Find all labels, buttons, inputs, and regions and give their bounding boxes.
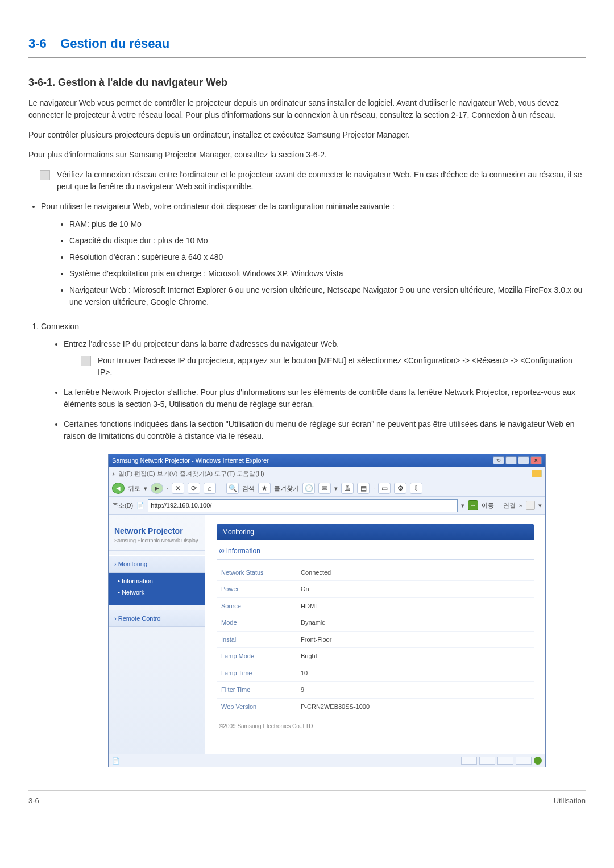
section-heading: 3-6 Gestion du réseau (28, 34, 586, 53)
table-row: Lamp ModeBright (217, 648, 534, 665)
note-block: Vérifiez la connexion réseau entre l'ord… (40, 169, 586, 193)
note-icon (81, 356, 91, 366)
window-controls: ⟲ _ □ ✕ (493, 456, 542, 464)
nav-network[interactable]: Network (118, 588, 199, 597)
tool-icon[interactable]: ⇩ (410, 483, 422, 494)
paragraph: Pour plus d'informations sur Samsung Pro… (28, 149, 586, 161)
close-button[interactable]: ✕ (530, 456, 542, 464)
dropdown-icon[interactable]: ▾ (334, 484, 338, 493)
ie-logo-icon (532, 470, 542, 477)
page-content: Network Projector Samsung Electronic Net… (109, 515, 545, 754)
list-item: La fenêtre Network Projector s'affiche. … (64, 387, 586, 410)
section-title-text: Gestion du réseau (60, 36, 169, 51)
requirements-list: Pour utiliser le navigateur Web, votre o… (41, 201, 586, 308)
info-value: Connected (296, 564, 534, 581)
paragraph: Pour contrôler plusieurs projecteurs dep… (28, 129, 586, 141)
page-icon: 📄 (136, 501, 144, 510)
print-icon[interactable]: 🖶 (341, 483, 354, 494)
favorites-icon[interactable]: ★ (258, 483, 271, 494)
go-button[interactable]: → (468, 500, 478, 510)
popup-icon[interactable]: ▭ (378, 483, 391, 494)
forward-button[interactable]: ► (151, 483, 163, 494)
info-value: 10 (296, 665, 534, 682)
table-row: PowerOn (217, 581, 534, 598)
table-row: Web VersionP-CRN2WEB30SS-1000 (217, 698, 534, 715)
list-item: Pour utiliser le navigateur Web, votre o… (41, 201, 586, 308)
home-button[interactable]: ⌂ (204, 483, 216, 494)
tool-icon[interactable]: ⚙ (394, 483, 406, 494)
step-item: Connexion Entrez l'adresse IP du project… (41, 321, 586, 442)
footer-right: Utilisation (554, 795, 586, 807)
link-icon[interactable] (526, 501, 535, 510)
info-value: On (296, 581, 534, 598)
page-footer: 3-6 Utilisation (28, 790, 586, 807)
list-item: Certaines fonctions indiquées dans la se… (64, 418, 586, 442)
status-segment (479, 757, 495, 765)
copyright-text: ©2009 Samsung Electronics Co.,LTD (217, 715, 534, 737)
status-segment (497, 757, 513, 765)
maximize-button[interactable]: □ (518, 456, 529, 464)
back-forward-icon[interactable]: ⟲ (493, 456, 504, 464)
table-row: Filter Time9 (217, 682, 534, 699)
list-item: RAM: plus de 10 Mo (69, 218, 586, 230)
table-row: InstallFront-Floor (217, 631, 534, 648)
history-icon[interactable]: 🕑 (302, 483, 315, 494)
table-row: Lamp Time10 (217, 665, 534, 682)
mail-icon[interactable]: ✉ (318, 483, 331, 494)
nav-information[interactable]: Information (118, 576, 199, 586)
go-label: 이동 (482, 501, 494, 510)
search-icon[interactable]: 🔍 (226, 483, 239, 494)
step-sublist: Entrez l'adresse IP du projecteur dans l… (64, 338, 586, 442)
info-key: Lamp Time (217, 665, 296, 682)
section-number: 3-6 (28, 36, 47, 51)
window-title: Samsung Network Projector - Windows Inte… (112, 456, 269, 466)
info-key: Install (217, 631, 296, 648)
info-key: Network Status (217, 564, 296, 581)
status-segment (461, 757, 477, 765)
list-item: Capacité du disque dur : plus de 10 Mo (69, 235, 586, 247)
nav-monitoring[interactable]: Monitoring (109, 555, 205, 573)
info-value: Front-Floor (296, 631, 534, 648)
sidebar: Network Projector Samsung Electronic Net… (109, 515, 205, 754)
nav-remote-control[interactable]: Remote Control (109, 610, 205, 628)
step-label: Connexion (41, 322, 79, 331)
dropdown-icon[interactable]: ▾ (461, 501, 464, 510)
edit-icon[interactable]: ▤ (357, 483, 370, 494)
paragraph: Le navigateur Web vous permet de contrôl… (28, 97, 586, 121)
menu-items[interactable]: 파일(F) 편집(E) 보기(V) 즐겨찾기(A) 도구(T) 도움말(H) (112, 469, 264, 479)
main-panel: Monitoring Information Network StatusCon… (205, 515, 545, 754)
info-value: P-CRN2WEB30SS-1000 (296, 698, 534, 715)
links-label: 연결 (503, 501, 516, 510)
step-text: Entrez l'adresse IP du projecteur dans l… (64, 339, 339, 348)
info-value: 9 (296, 682, 534, 699)
info-key: Power (217, 581, 296, 598)
window-titlebar: Samsung Network Projector - Windows Inte… (109, 454, 545, 467)
search-label: 검색 (242, 484, 255, 493)
refresh-button[interactable]: ⟳ (188, 483, 200, 494)
info-key: Filter Time (217, 682, 296, 699)
menu-bar: 파일(F) 편집(E) 보기(V) 즐겨찾기(A) 도구(T) 도움말(H) (109, 467, 545, 481)
note-text: Vérifiez la connexion réseau entre l'ord… (57, 169, 586, 193)
info-key: Lamp Mode (217, 648, 296, 665)
separator: · (167, 484, 168, 493)
table-row: ModeDynamic (217, 614, 534, 632)
address-label: 주소(D) (112, 501, 133, 510)
note-text: Pour trouver l'adresse IP du projecteur,… (98, 355, 586, 379)
stop-button[interactable]: ✕ (172, 483, 184, 494)
links-bar: 연결 » ▾ (503, 501, 542, 510)
back-button[interactable]: ◄ (112, 483, 125, 494)
dropdown-icon[interactable]: ▾ (538, 501, 542, 510)
dropdown-icon[interactable]: ▾ (144, 484, 147, 493)
toolbar: ◄ 뒤로 ▾ ► · ✕ ⟳ ⌂ 🔍 검색 ★ 즐겨찾기 🕑 ✉ ▾ 🖶 ▤ ·… (109, 480, 545, 497)
chevron-icon[interactable]: » (519, 501, 522, 510)
info-value: Bright (296, 648, 534, 665)
minimize-button[interactable]: _ (505, 456, 517, 464)
address-input[interactable]: http://192.168.10.100/ (148, 499, 458, 512)
panel-header: Monitoring (217, 524, 534, 540)
info-key: Source (217, 597, 296, 614)
app-subtitle: Samsung Electronic Network Display (109, 537, 205, 551)
info-value: HDMI (296, 597, 534, 614)
note-block: Pour trouver l'adresse IP du projecteur,… (81, 355, 586, 379)
browser-screenshot: Samsung Network Projector - Windows Inte… (108, 454, 546, 767)
favorites-label: 즐겨찾기 (274, 484, 299, 493)
